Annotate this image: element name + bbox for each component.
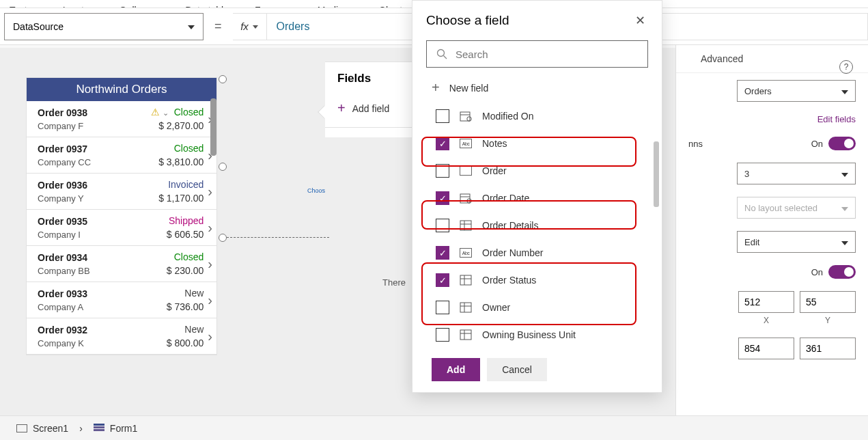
- order-status: Invoiced: [149, 179, 204, 190]
- plus-icon: +: [337, 100, 346, 116]
- chevron-down-icon: [841, 203, 848, 213]
- scrollbar-thumb[interactable]: [654, 141, 659, 207]
- ribbon-item[interactable]: Media: [318, 2, 353, 8]
- chevron-right-icon: ›: [208, 256, 212, 272]
- choose-field-popup: Choose a field ✕ Search + New field Modi…: [412, 0, 662, 393]
- toggle-on-label: On: [811, 267, 823, 277]
- close-icon[interactable]: ✕: [635, 13, 645, 28]
- resize-handle[interactable]: [219, 234, 227, 242]
- resize-handle[interactable]: [219, 163, 227, 171]
- gallery-row[interactable]: Order 0934 Company BB Closed $ 230.00 ›: [27, 246, 216, 282]
- chevron-right-icon: ›: [208, 220, 212, 236]
- position-y-input[interactable]: [800, 291, 856, 313]
- snap-toggle[interactable]: [828, 137, 856, 150]
- svg-point-0: [438, 50, 445, 57]
- gallery-row[interactable]: Order 0935 Company I Shipped $ 606.50 ›: [27, 210, 216, 246]
- checkbox[interactable]: [436, 109, 449, 123]
- checkbox[interactable]: [436, 301, 449, 314]
- field-option[interactable]: Order Details: [412, 212, 662, 239]
- columns-select[interactable]: 3: [737, 163, 856, 184]
- edit-fields-link[interactable]: Edit fields: [817, 114, 856, 124]
- scrollbar-thumb[interactable]: [210, 98, 216, 156]
- order-amount: $ 2,870.00: [149, 120, 204, 131]
- chevron-right-icon: ›: [208, 184, 212, 200]
- checkbox[interactable]: [436, 328, 449, 342]
- field-label: Order Date: [482, 193, 529, 204]
- company-name: Company BB: [38, 266, 90, 276]
- order-amount: $ 800.00: [149, 338, 204, 348]
- field-option[interactable]: Order: [412, 157, 662, 184]
- ribbon-item[interactable]: Data table: [185, 2, 229, 8]
- field-option[interactable]: Modified On: [412, 102, 662, 130]
- field-option[interactable]: Owning Business Unit: [412, 321, 662, 348]
- chevron-down-icon: [253, 23, 258, 30]
- add-field-button[interactable]: + Add field: [325, 98, 421, 128]
- size-width-input[interactable]: [738, 338, 794, 359]
- ribbon-item[interactable]: Gallery: [120, 2, 159, 8]
- order-number: Order 0932: [38, 325, 87, 335]
- add-button[interactable]: Add: [432, 358, 480, 381]
- ribbon-item[interactable]: Charts: [379, 2, 417, 8]
- field-label: Notes: [482, 138, 507, 149]
- order-amount: $ 3,810.00: [149, 156, 204, 167]
- orders-gallery: Northwind Orders Order 0938 Company F ⚠ …: [26, 77, 217, 355]
- checkbox[interactable]: [436, 273, 449, 287]
- layout-select[interactable]: No layout selected: [737, 197, 856, 219]
- gallery-row[interactable]: Order 0936 Company Y Invoiced $ 1,170.00…: [27, 174, 216, 210]
- company-name: Company CC: [38, 157, 91, 167]
- checkbox[interactable]: [436, 191, 449, 205]
- order-number: Order 0933: [38, 288, 87, 299]
- order-status: Shipped: [149, 215, 204, 226]
- prop-label-columns-suffix: nns: [688, 139, 703, 149]
- default-mode-select[interactable]: Edit: [737, 231, 856, 253]
- order-number: Order 0936: [38, 180, 87, 191]
- order-status: New: [149, 324, 204, 335]
- gallery-row[interactable]: Order 0938 Company F ⚠ ⌄ Closed $ 2,870.…: [27, 101, 216, 137]
- visible-toggle[interactable]: [828, 265, 856, 279]
- gallery-row[interactable]: Order 0937 Company CC Closed $ 3,810.00 …: [27, 137, 216, 174]
- chevron-down-icon: [188, 22, 195, 31]
- text-icon: Abc: [460, 248, 472, 258]
- ribbon-item[interactable]: Input: [63, 2, 94, 8]
- data-source-select[interactable]: Orders: [737, 80, 856, 102]
- breadcrumb-form[interactable]: Form1: [87, 420, 144, 437]
- company-name: Company F: [38, 121, 87, 131]
- search-input[interactable]: Search: [426, 40, 648, 68]
- cancel-button[interactable]: Cancel: [487, 358, 547, 381]
- position-x-input[interactable]: [738, 291, 794, 313]
- checkbox[interactable]: [436, 246, 449, 260]
- chooser-title: Choose a field: [426, 13, 509, 28]
- order-status: Closed: [149, 251, 204, 262]
- gallery-row[interactable]: Order 0932 Company K New $ 800.00 ›: [27, 318, 216, 355]
- checkbox[interactable]: [436, 137, 449, 150]
- field-option[interactable]: Owner: [412, 294, 662, 321]
- axis-y-label: Y: [800, 316, 856, 325]
- checkbox[interactable]: [436, 164, 449, 178]
- new-field-button[interactable]: + New field: [412, 73, 662, 102]
- field-label: Order Status: [482, 275, 536, 286]
- search-placeholder: Search: [456, 49, 488, 60]
- field-list: Modified On Abc Notes Order Order Date O…: [412, 102, 662, 348]
- gallery-row[interactable]: Order 0933 Company A New $ 736.00 ›: [27, 282, 216, 318]
- equals-label: =: [214, 19, 222, 33]
- field-option[interactable]: Abc Notes: [412, 130, 662, 157]
- lookup-icon: [460, 275, 472, 286]
- ribbon-item[interactable]: Forms: [255, 2, 292, 8]
- field-option[interactable]: Abc Order Number: [412, 239, 662, 266]
- ribbon-item[interactable]: Text: [10, 2, 37, 8]
- tab-advanced[interactable]: Advanced: [701, 53, 743, 64]
- field-label: Order: [482, 165, 507, 176]
- order-number: Order 0935: [38, 216, 87, 227]
- size-height-input[interactable]: [800, 338, 856, 359]
- checkbox[interactable]: [436, 219, 449, 232]
- svg-point-7: [467, 199, 471, 203]
- field-option[interactable]: Order Status: [412, 266, 662, 294]
- help-icon[interactable]: ?: [839, 60, 853, 74]
- resize-handle[interactable]: [219, 75, 227, 83]
- breadcrumb-bar: Screen1 › Form1: [0, 415, 868, 440]
- date-icon: [460, 193, 472, 204]
- field-option[interactable]: Order Date: [412, 184, 662, 212]
- breadcrumb-screen[interactable]: Screen1: [10, 420, 75, 437]
- fx-icon[interactable]: fx: [233, 14, 267, 40]
- property-selector[interactable]: DataSource: [4, 13, 204, 40]
